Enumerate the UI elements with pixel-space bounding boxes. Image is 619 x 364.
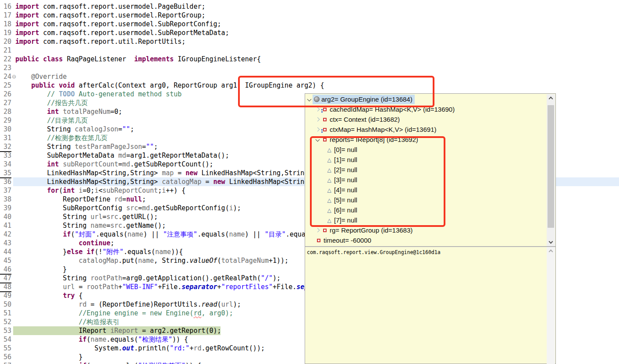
line-number[interactable]: 44: [0, 247, 11, 256]
scroll-up-icon[interactable]: [547, 247, 555, 255]
line-number[interactable]: 52: [0, 318, 11, 326]
line-number[interactable]: 22: [0, 55, 11, 64]
code-line[interactable]: 19import com.raqsoft.report.usermodel.Su…: [0, 28, 619, 37]
code-text: ReportDefine rd=null;: [15, 195, 146, 204]
line-number[interactable]: 39: [0, 204, 11, 212]
line-number[interactable]: 46: [0, 265, 11, 275]
line-number[interactable]: 41: [0, 221, 11, 230]
code-line[interactable]: 18import com.raqsoft.report.usermodel.Su…: [0, 20, 619, 28]
line-number[interactable]: 16: [0, 2, 11, 11]
fold-collapse-icon[interactable]: ⊖: [12, 72, 16, 81]
code-text: try {: [15, 291, 83, 300]
code-text: import com.raqsoft.report.usermodel.SubR…: [15, 20, 221, 28]
line-number[interactable]: 36: [0, 177, 11, 186]
tree-item-content: timeout= -60000: [315, 236, 374, 245]
line-number[interactable]: 28: [0, 107, 11, 116]
tree-item[interactable]: ctx= Context (id=13682): [305, 114, 547, 124]
line-number[interactable]: 55: [0, 344, 11, 353]
line-number[interactable]: 48: [0, 283, 11, 292]
line-number[interactable]: 33: [0, 151, 11, 160]
code-line[interactable]: 16import com.raqsoft.report.usermodel.Pa…: [0, 2, 619, 11]
scroll-down-icon[interactable]: [547, 238, 555, 246]
code-text: //检测参数在第几页: [15, 134, 107, 142]
chevron-right-icon[interactable]: [315, 227, 321, 233]
line-number[interactable]: 47: [0, 274, 11, 283]
code-text: import com.raqsoft.report.util.ReportUti…: [15, 37, 185, 46]
code-text: }: [15, 265, 67, 274]
code-line[interactable]: 17import com.raqsoft.report.usermodel.Re…: [0, 11, 619, 20]
chevron-right-icon[interactable]: [315, 117, 321, 123]
line-number[interactable]: 30: [0, 125, 11, 134]
line-number[interactable]: 37: [0, 186, 11, 195]
tree-item-content: ctxMap= HashMap<K,V> (id=13691): [321, 125, 438, 134]
code-text: [15, 64, 19, 72]
tree-item[interactable]: timeout= -60000: [305, 235, 547, 245]
private-field-icon: [321, 229, 328, 232]
line-number[interactable]: 17: [0, 11, 11, 20]
line-number[interactable]: 18: [0, 20, 11, 28]
chevron-right-icon[interactable]: [315, 127, 321, 133]
line-number[interactable]: 24: [0, 72, 11, 81]
code-text: for(int i=0;i<subReportCount;i++) {: [15, 186, 185, 195]
tree-item-label: ctxMap= HashMap<K,V> (id=13691): [330, 126, 436, 133]
code-text: public class RaqPageListener implements …: [15, 55, 261, 64]
code-text: String url=src.getURL();: [15, 212, 158, 221]
line-number[interactable]: 51: [0, 309, 11, 318]
line-number[interactable]: 26: [0, 90, 11, 99]
private-field-icon: [321, 118, 328, 121]
line-number[interactable]: 57: [0, 361, 11, 364]
code-text: // TODO Auto-generated method stub: [15, 90, 181, 99]
code-text: //Engine engine = new Engine(rd, arg0);: [15, 309, 233, 318]
line-number[interactable]: 53: [0, 326, 11, 335]
line-number[interactable]: 50: [0, 300, 11, 309]
code-text: [15, 46, 19, 55]
line-number[interactable]: 31: [0, 134, 11, 142]
line-number[interactable]: 34: [0, 160, 11, 169]
code-text: int subReportCount=md.getSubReportCount(…: [15, 160, 213, 169]
code-text: //目录第几页: [15, 116, 88, 125]
scroll-up-icon[interactable]: [547, 94, 555, 102]
line-number[interactable]: 54: [0, 335, 11, 344]
line-number[interactable]: 40: [0, 212, 11, 221]
code-text: int totalPageNum=0;: [15, 107, 122, 116]
line-number[interactable]: 45: [0, 256, 11, 265]
detail-scrollbar[interactable]: [547, 247, 555, 364]
code-text: @Override: [15, 72, 67, 81]
line-number[interactable]: 29: [0, 116, 11, 125]
tree-scrollbar[interactable]: [547, 94, 555, 246]
annotation-rectangle: [310, 136, 445, 227]
generic-field-icon: [321, 108, 328, 111]
code-text: if("封面".equals(name) || "注意事项".equals(na…: [15, 230, 349, 239]
line-number[interactable]: 21: [0, 46, 11, 55]
line-number[interactable]: 42: [0, 230, 11, 239]
code-line[interactable]: 22public class RaqPageListener implement…: [0, 55, 619, 64]
annotation-rectangle: [238, 76, 434, 107]
code-text: System.out.println("rd:"+rd.getRowCount(…: [15, 344, 265, 353]
line-number[interactable]: 27: [0, 99, 11, 107]
code-text: import com.raqsoft.report.usermodel.SubR…: [15, 28, 229, 37]
code-line[interactable]: 21: [0, 46, 619, 55]
line-number[interactable]: 32: [0, 142, 11, 152]
line-number[interactable]: 56: [0, 353, 11, 361]
code-line[interactable]: 20import com.raqsoft.report.util.ReportU…: [0, 37, 619, 46]
generic-field-icon: [321, 128, 328, 131]
tree-item-content: ctx= Context (id=13682): [321, 115, 402, 124]
code-line[interactable]: 23: [0, 64, 619, 72]
code-text: continue;: [15, 239, 114, 247]
line-number[interactable]: 35: [0, 169, 11, 178]
line-number[interactable]: 43: [0, 239, 11, 247]
line-number[interactable]: 19: [0, 28, 11, 37]
line-number[interactable]: 25: [0, 81, 11, 90]
code-text: import com.raqsoft.report.usermodel.Repo…: [15, 11, 205, 20]
private-field-icon: [315, 239, 322, 242]
line-number[interactable]: 49: [0, 291, 11, 300]
line-number[interactable]: 38: [0, 195, 11, 204]
line-number[interactable]: 23: [0, 64, 11, 72]
tree-item[interactable]: ctxMap= HashMap<K,V> (id=13691): [305, 124, 547, 134]
code-text: rd = (ReportDefine)ReportUtils.read(url)…: [15, 300, 241, 309]
line-number[interactable]: 20: [0, 37, 11, 46]
code-text: catalogMap.put(name, String.valueOf(tota…: [15, 256, 288, 265]
code-text: String catalogJson="";: [15, 125, 134, 134]
scrollbar-thumb[interactable]: [548, 105, 554, 228]
code-text: String name=src.getName();: [15, 221, 166, 230]
